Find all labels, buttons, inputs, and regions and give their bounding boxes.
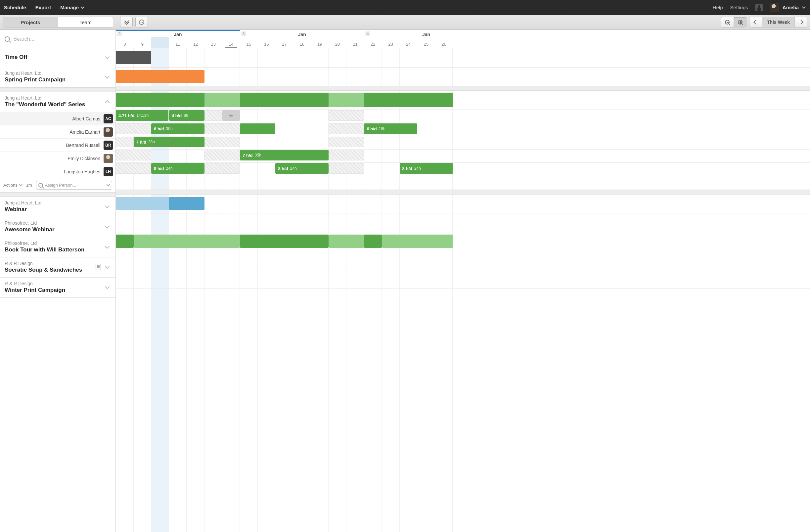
allocation-bar[interactable]: 6 h/d18h (364, 124, 417, 134)
day-label: 17 (275, 42, 293, 47)
chevron-down-icon (802, 6, 805, 9)
chevron-down-icon[interactable] (103, 73, 111, 80)
allocation-bar[interactable]: 8 h/d24h (275, 163, 328, 174)
date-nav-group: This Week (749, 17, 807, 28)
person-avatar (103, 127, 113, 136)
zoom-in-button[interactable] (733, 17, 746, 27)
person-row[interactable]: Emily Dickinson (0, 152, 115, 165)
chevron-down-icon[interactable] (103, 53, 111, 61)
sidebar: Time Off Jung at Heart, Ltd Spring Print… (0, 30, 116, 532)
nav-manage[interactable]: Manage (60, 5, 84, 10)
zoom-out-button[interactable] (721, 17, 733, 27)
allocation-bar[interactable]: 8 h/d24h (400, 163, 453, 174)
chevron-up-icon[interactable] (103, 98, 111, 105)
allocation-bar[interactable]: 8 h/d24h (151, 163, 205, 174)
time-off-bar[interactable] (116, 51, 151, 64)
prev-week-button[interactable] (749, 17, 762, 27)
project-bar[interactable] (116, 93, 205, 107)
row-name: Time Off (5, 54, 103, 61)
person-badge: LH (103, 167, 113, 176)
unavailable-hatch (205, 150, 240, 160)
unavailable-hatch (116, 124, 151, 134)
actions-duration: 1m (26, 183, 32, 188)
section-gap (0, 87, 115, 92)
day-label: 19 (311, 42, 329, 47)
nav-help[interactable]: Help (713, 5, 723, 10)
chevron-down-icon[interactable] (103, 243, 111, 251)
next-week-button[interactable] (794, 17, 807, 27)
project-bar[interactable] (116, 70, 205, 83)
project-bar[interactable] (116, 235, 134, 248)
day-label: 18 (293, 42, 311, 47)
nav-settings[interactable]: Settings (730, 5, 748, 10)
chevron-down-icon[interactable] (103, 203, 111, 210)
project-bar[interactable] (328, 93, 364, 107)
unavailable-hatch (328, 110, 364, 121)
person-name: Albert Camus (72, 116, 100, 122)
assign-input[interactable] (45, 183, 104, 188)
this-week-button[interactable]: This Week (762, 17, 794, 27)
add-allocation-button[interactable]: ＋ (222, 110, 240, 121)
project-bar[interactable] (169, 197, 205, 210)
clock-button[interactable] (135, 17, 148, 28)
project-bar[interactable] (134, 235, 240, 248)
unavailable-hatch (116, 163, 151, 174)
chevron-down-icon[interactable] (103, 263, 111, 271)
nav-export[interactable]: Export (35, 5, 51, 10)
day-label: 11 (169, 42, 187, 47)
day-label: 20 (328, 42, 346, 47)
row-awesome[interactable]: Philosofree, Ltd Awesome Webinar (0, 217, 115, 237)
timeline: 8910111213141516171819202122232425262Jan… (116, 30, 810, 532)
project-bar[interactable] (382, 93, 453, 107)
allocation-bar[interactable]: 4.71 h/d14.13h (116, 110, 168, 121)
user-icon[interactable] (756, 4, 763, 11)
allocation-bar[interactable]: 4 h/d8h (169, 110, 205, 121)
row-webinar[interactable]: Jung at Heart, Ltd Webinar (0, 197, 115, 217)
day-label: 12 (187, 42, 205, 47)
project-bar[interactable] (240, 93, 328, 107)
assign-dropdown-button[interactable] (104, 181, 112, 189)
allocation-bar[interactable]: 6 h/d30h (151, 124, 205, 134)
person-row[interactable]: Amelia Earhart (0, 125, 115, 139)
person-row[interactable]: Langston Hughes LH (0, 165, 115, 178)
timeline-body[interactable]: 4.71 h/d14.13h4 h/d8h＋6 h/d30h6 h/d18h7 … (116, 48, 810, 532)
actions-row: Actions 1m (0, 178, 115, 192)
row-winter[interactable]: R & R Design Winter Print Campaign (0, 278, 115, 298)
row-time-off[interactable]: Time Off (0, 48, 115, 67)
project-bar[interactable] (364, 93, 382, 107)
month-label: Jan (240, 32, 364, 37)
project-bar[interactable] (240, 235, 328, 248)
row-wonderful[interactable]: Jung at Heart, Ltd The "Wonderful World"… (0, 92, 115, 112)
day-label: 14 (222, 42, 240, 47)
allocation-bar[interactable]: 7 h/d28h (134, 136, 205, 147)
unavailable-hatch (116, 136, 134, 147)
person-row[interactable]: Albert Camus AC (0, 112, 115, 125)
day-label: 25 (417, 42, 435, 47)
row-spring[interactable]: Jung at Heart, Ltd Spring Print Campaign (0, 67, 115, 87)
chevron-down-icon[interactable] (103, 284, 111, 291)
project-bar[interactable] (382, 235, 453, 248)
allocation-bar[interactable]: 7 h/d35h (240, 150, 328, 160)
row-name: Awesome Webinar (5, 226, 103, 233)
row-booktour[interactable]: Philosofree, Ltd Book Tour with Will Bat… (0, 237, 115, 257)
search-input[interactable] (13, 36, 111, 42)
project-bar[interactable] (205, 93, 240, 107)
allocation-bar[interactable] (240, 124, 275, 134)
seg-team[interactable]: Team (58, 17, 113, 27)
project-bar[interactable] (364, 235, 382, 248)
project-bar[interactable] (328, 235, 364, 248)
person-badge: BR (103, 141, 113, 150)
actions-dropdown[interactable]: Actions (3, 183, 22, 188)
person-row[interactable]: Bertrand Russell BR (0, 139, 115, 152)
expand-all-button[interactable] (120, 17, 133, 28)
project-bar[interactable] (116, 197, 169, 210)
row-client: R & R Design (5, 261, 96, 266)
nav-schedule[interactable]: Schedule (4, 5, 26, 10)
chevron-down-icon[interactable] (103, 223, 111, 230)
row-socratic[interactable]: R & R Design Socratic Soup & Sandwiches (0, 257, 115, 278)
unavailable-hatch (205, 124, 240, 134)
user-menu[interactable]: Amelia (770, 3, 805, 12)
seg-projects[interactable]: Projects (3, 17, 58, 27)
person-avatar (103, 154, 113, 163)
row-name: Socratic Soup & Sandwiches (5, 267, 96, 273)
